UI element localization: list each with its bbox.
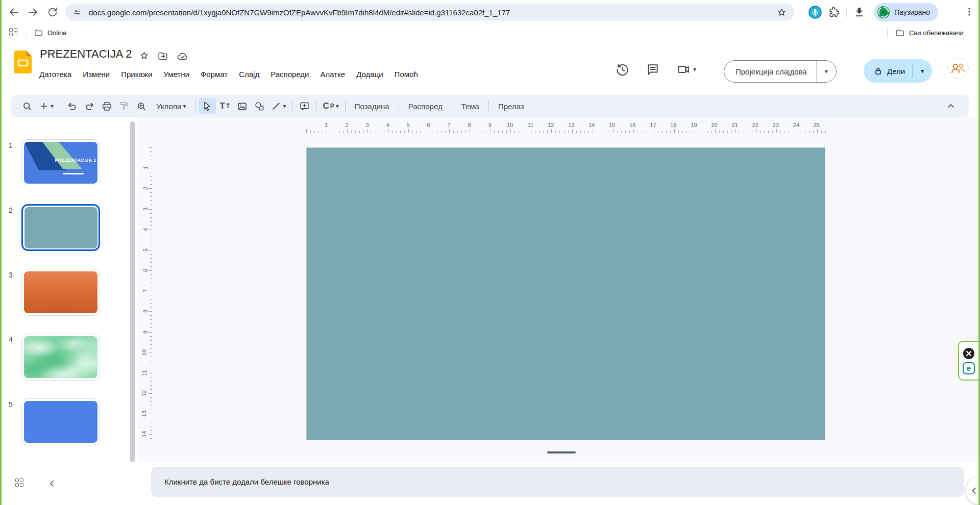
slides-app-icon[interactable] xyxy=(14,50,32,74)
insert-comment-tool[interactable] xyxy=(296,98,313,114)
speaker-notes-input[interactable]: Кликните да бисте додали белешке говорни… xyxy=(151,467,964,497)
cloud-saved-icon[interactable] xyxy=(177,50,188,62)
slide-number: 2 xyxy=(0,204,21,214)
star-document-icon[interactable] xyxy=(139,50,150,61)
bookmarks-bar: Online Сви обележивачи xyxy=(0,24,980,41)
url-text[interactable]: docs.google.com/presentation/d/1xygja0NO… xyxy=(89,8,776,17)
slide-thumbnail-art xyxy=(24,271,97,313)
share-options-button[interactable]: ▾ xyxy=(913,59,932,83)
slide-thumbnail-3[interactable] xyxy=(21,269,100,316)
version-history-icon[interactable] xyxy=(616,63,629,77)
transition-button[interactable]: Прелаз xyxy=(492,98,530,114)
slide-number: 3 xyxy=(0,269,21,279)
slide-thumbnail-art xyxy=(24,207,97,248)
search-menus-icon[interactable] xyxy=(18,98,36,114)
chevron-down-icon: ▾ xyxy=(283,103,286,109)
slide-thumbnail-5[interactable] xyxy=(21,398,100,445)
slide-number: 5 xyxy=(0,398,21,409)
vertical-ruler: 1234567891011121314 xyxy=(142,147,152,441)
bookmark-star-icon[interactable] xyxy=(776,7,787,18)
bookmark-folder-online[interactable]: Online xyxy=(34,27,67,38)
grid-view-icon[interactable] xyxy=(15,478,23,487)
browser-toolbar: docs.google.com/presentation/d/1xygja0NO… xyxy=(0,0,980,24)
meet-camera-icon[interactable]: ▾ xyxy=(677,63,696,76)
menu-edit[interactable]: Измени xyxy=(77,68,115,81)
slide-thumbnail-2[interactable] xyxy=(21,204,100,251)
reload-icon[interactable] xyxy=(46,6,59,19)
redo-icon[interactable] xyxy=(81,98,98,114)
placeholder-tool[interactable]: CP ▾ xyxy=(320,98,341,114)
menu-addons[interactable]: Додаци xyxy=(351,68,388,81)
chevron-down-icon: ▾ xyxy=(693,66,696,72)
toolbar-divider xyxy=(452,100,452,112)
slide-thumbnail-art xyxy=(24,401,97,443)
browser-menu-kebab-icon[interactable] xyxy=(964,6,975,17)
menu-help[interactable]: Помоћ xyxy=(389,68,424,81)
theme-button[interactable]: Тема xyxy=(455,98,485,114)
account-avatar[interactable] xyxy=(947,58,969,79)
move-to-folder-icon[interactable] xyxy=(157,50,168,62)
comments-icon[interactable] xyxy=(646,63,659,76)
zoom-fit-select[interactable]: Уклопи ▾ xyxy=(150,98,192,114)
slide-row-1: 1PREZENTACIJA 1 xyxy=(0,139,137,186)
collapse-toolbar-icon[interactable] xyxy=(942,98,960,114)
site-info-icon[interactable] xyxy=(72,8,82,17)
extension-chat-icon[interactable] xyxy=(808,6,822,19)
slides-header: PREZENTACIJA 2 ДатотекаИзмениПрикажиУмет… xyxy=(0,40,980,95)
address-bar[interactable]: docs.google.com/presentation/d/1xygja0NO… xyxy=(65,4,794,21)
extension-paused-badge[interactable]: Паузирано xyxy=(874,3,938,21)
extensions-puzzle-icon[interactable] xyxy=(828,6,840,18)
slide-row-4: 4 xyxy=(0,334,137,381)
chevron-left-icon xyxy=(969,486,979,496)
background-button[interactable]: Позадина xyxy=(349,98,396,114)
layout-button[interactable]: Распоред xyxy=(402,98,449,114)
present-options-button[interactable]: ▾ xyxy=(817,61,836,82)
all-bookmarks-button[interactable]: Сви обележивачи xyxy=(895,27,964,38)
present-button[interactable]: Пројекција слајдова xyxy=(724,61,816,82)
eset-frame-left xyxy=(0,0,2,505)
share-label: Дели xyxy=(887,67,905,75)
slide-thumbnail-1[interactable]: PREZENTACIJA 1 xyxy=(21,139,100,186)
slide-workspace: 1234567891011121314151617181920212223242… xyxy=(138,117,978,462)
text-box-icon: T xyxy=(220,101,225,111)
edit-toolbar: ▾ Уклопи ▾ TT xyxy=(11,95,969,117)
back-icon[interactable] xyxy=(7,6,20,19)
downloads-icon[interactable] xyxy=(853,6,865,18)
text-box-tool[interactable]: TT xyxy=(216,98,233,114)
menu-slide[interactable]: Слајд xyxy=(233,68,265,81)
menu-arrange[interactable]: Распореди xyxy=(265,68,314,81)
paint-format-icon[interactable] xyxy=(115,98,133,114)
slide-canvas[interactable] xyxy=(306,147,825,440)
share-button[interactable]: Дели xyxy=(864,59,912,83)
menu-file[interactable]: Датотека xyxy=(34,68,77,81)
document-title[interactable]: PREZENTACIJA 2 xyxy=(40,47,132,61)
insert-line-tool[interactable]: ▾ xyxy=(268,98,289,114)
notes-resize-handle[interactable] xyxy=(547,451,576,453)
apps-grid-icon[interactable] xyxy=(9,28,17,36)
insert-image-tool[interactable] xyxy=(233,98,251,114)
menu-view[interactable]: Прикажи xyxy=(115,68,158,81)
new-slide-button[interactable]: ▾ xyxy=(36,98,57,114)
print-icon[interactable] xyxy=(98,98,115,114)
toolbar-divider xyxy=(316,100,316,112)
folder-icon xyxy=(34,28,43,38)
slide-row-2: 2 xyxy=(0,204,137,251)
menu-format[interactable]: Формат xyxy=(195,68,233,81)
menu-tools[interactable]: Алатке xyxy=(314,68,351,81)
toolbar-divider xyxy=(292,100,292,112)
slide-thumbnail-4[interactable] xyxy=(21,334,100,381)
insert-shape-tool[interactable] xyxy=(251,98,268,114)
eset-logo-icon[interactable]: e xyxy=(963,362,975,374)
bookmarks-divider xyxy=(27,29,27,37)
toolbar-divider xyxy=(195,100,195,112)
chevron-down-icon: ▾ xyxy=(825,68,828,74)
select-tool[interactable] xyxy=(199,98,216,114)
toolbar-divider xyxy=(488,100,489,112)
undo-icon[interactable] xyxy=(63,98,81,114)
close-icon[interactable] xyxy=(963,347,975,360)
zoom-icon[interactable] xyxy=(133,98,150,114)
menu-insert[interactable]: Уметни xyxy=(158,68,195,81)
collapse-filmstrip-icon[interactable] xyxy=(47,478,57,489)
filmstrip-scrollbar[interactable] xyxy=(130,121,135,474)
forward-icon[interactable] xyxy=(27,6,40,19)
